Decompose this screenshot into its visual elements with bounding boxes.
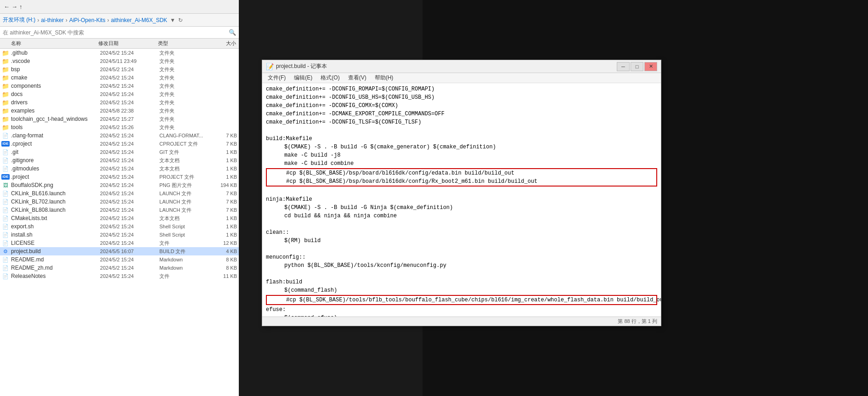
- file-name: docs: [11, 91, 100, 97]
- ide-icon: IDE: [2, 140, 9, 147]
- menu-item[interactable]: 格式(O): [317, 73, 343, 83]
- file-row[interactable]: 📁 tools 2024/5/2 15:26 文件夹: [0, 123, 239, 131]
- file-name: export.sh: [11, 223, 100, 230]
- file-row[interactable]: 📄 LICENSE 2024/5/2 15:24 文件 12 KB: [0, 239, 239, 247]
- file-size: 7 KB: [209, 133, 237, 138]
- breadcrumb-item-2[interactable]: AiPi-Open-Kits: [69, 17, 106, 23]
- content-line: build:Makefile: [266, 135, 657, 143]
- file-row[interactable]: 📄 ReleaseNotes 2024/5/2 15:24 文件 11 KB: [0, 272, 239, 280]
- cursor-position: 第 88 行，第 1 列: [618, 318, 657, 325]
- file-row[interactable]: 📁 .vscode 2024/5/11 23:49 文件夹: [0, 57, 239, 65]
- col-header-type[interactable]: 类型: [158, 40, 209, 47]
- content-line: ninja:Makefile: [266, 195, 657, 204]
- file-name: .gitignore: [11, 157, 100, 164]
- file-row[interactable]: 📁 cmake 2024/5/2 15:24 文件夹: [0, 74, 239, 82]
- file-row[interactable]: IDE .cproject 2024/5/2 15:24 CPROJECT 文件…: [0, 140, 239, 148]
- file-icon: 📄: [2, 231, 9, 238]
- file-type: 文件夹: [159, 66, 209, 73]
- menu-item[interactable]: 查看(V): [344, 73, 370, 83]
- file-size: 7 KB: [209, 191, 237, 196]
- file-row[interactable]: ⚙ project.build 2024/5/5 16:07 BUILD 文件 …: [0, 247, 239, 255]
- file-row[interactable]: 📁 docs 2024/5/2 15:24 文件夹: [0, 90, 239, 98]
- file-row[interactable]: 📄 .gitmodules 2024/5/2 15:24 文本文档 1 KB: [0, 164, 239, 173]
- file-type: LAUNCH 文件: [159, 207, 209, 214]
- file-date: 2024/5/8 22:38: [100, 108, 159, 113]
- col-header-size[interactable]: 大小: [209, 40, 236, 47]
- file-row[interactable]: 📄 CKLink_BL616.launch 2024/5/2 15:24 LAU…: [0, 189, 239, 198]
- file-row[interactable]: 📁 .github 2024/5/2 15:24 文件夹: [0, 49, 239, 57]
- file-row[interactable]: 📄 .clang-format 2024/5/2 15:24 CLANG-FOR…: [0, 131, 239, 140]
- file-type: CPROJECT 文件: [159, 141, 209, 147]
- file-row[interactable]: 📄 CKLink_BL808.launch 2024/5/2 15:24 LAU…: [0, 206, 239, 214]
- content-line: #cp $(BL_SDK_BASE)/tools/bflb_tools/bouf…: [268, 296, 655, 304]
- minimize-button[interactable]: ─: [617, 62, 630, 71]
- file-icon: 📄: [2, 148, 9, 156]
- file-name: .git: [11, 149, 100, 155]
- content-line: menuconfig::: [266, 253, 657, 261]
- file-row[interactable]: 📁 drivers 2024/5/2 15:24 文件夹: [0, 98, 239, 107]
- file-type: 文本文档: [159, 157, 209, 164]
- file-row[interactable]: 📄 .git 2024/5/2 15:24 GIT 文件 1 KB: [0, 148, 239, 156]
- col-header-name[interactable]: 名称: [2, 40, 98, 47]
- file-row[interactable]: 📄 export.sh 2024/5/2 15:24 Shell Script …: [0, 222, 239, 231]
- file-row[interactable]: 📁 examples 2024/5/8 22:38 文件夹: [0, 107, 239, 115]
- notepad-content[interactable]: cmake_definition+= -DCONFIG_ROMAPI=$(CON…: [262, 83, 661, 317]
- file-row[interactable]: 📄 install.sh 2024/5/2 15:24 Shell Script…: [0, 231, 239, 239]
- file-name: CMakeLists.txt: [11, 215, 100, 221]
- file-date: 2024/5/2 15:24: [100, 75, 159, 80]
- file-type: BUILD 文件: [159, 248, 209, 255]
- file-type: Shell Script: [159, 224, 209, 229]
- file-explorer: ← → ↑ 开发环境 (H:) › ai-thinker › AiPi-Open…: [0, 0, 239, 396]
- col-header-date[interactable]: 修改日期: [98, 40, 158, 47]
- window-controls: ─ □ ✕: [617, 62, 657, 71]
- content-line: make -C build combine: [266, 159, 657, 168]
- file-type: CLANG-FORMAT...: [159, 133, 209, 138]
- file-row[interactable]: 📄 CKLink_BL702.launch 2024/5/2 15:24 LAU…: [0, 198, 239, 206]
- folder-icon: 📁: [2, 49, 9, 57]
- maximize-button[interactable]: □: [631, 62, 643, 71]
- back-icon[interactable]: ←: [4, 3, 10, 10]
- file-size: 1 KB: [209, 174, 237, 180]
- file-row[interactable]: 📄 README.md 2024/5/2 15:24 Markdown 8 KB: [0, 255, 239, 264]
- file-row[interactable]: 📄 README_zh.md 2024/5/2 15:24 Markdown 8…: [0, 264, 239, 272]
- search-icon[interactable]: 🔍: [229, 29, 236, 36]
- search-input[interactable]: [3, 29, 227, 36]
- file-row[interactable]: 📁 components 2024/5/2 15:24 文件夹: [0, 82, 239, 90]
- file-row[interactable]: IDE .project 2024/5/2 15:24 PROJECT 文件 1…: [0, 173, 239, 181]
- up-icon[interactable]: ↑: [19, 3, 23, 10]
- file-type: 文件: [159, 240, 209, 247]
- content-line: cd build && ninja && ninja combine: [266, 212, 657, 220]
- file-date: 2024/5/2 15:24: [100, 199, 159, 204]
- menu-item[interactable]: 帮助(H): [371, 73, 397, 83]
- file-size: 7 KB: [209, 199, 237, 204]
- file-date: 2024/5/2 15:24: [100, 265, 159, 271]
- breadcrumb-expand[interactable]: ▼: [170, 17, 175, 23]
- content-line: [266, 220, 657, 228]
- file-date: 2024/5/2 15:24: [100, 273, 159, 279]
- file-row[interactable]: 🖼 BouffaloSDK.png 2024/5/2 15:24 PNG 图片文…: [0, 181, 239, 189]
- breadcrumb-item-1[interactable]: ai-thinker: [41, 17, 63, 23]
- file-row[interactable]: 📄 .gitignore 2024/5/2 15:24 文本文档 1 KB: [0, 156, 239, 164]
- file-row[interactable]: 📁 toolchain_gcc_t-head_windows 2024/5/2 …: [0, 115, 239, 123]
- forward-icon[interactable]: →: [11, 3, 17, 10]
- file-type: 文件: [159, 273, 209, 280]
- breadcrumb-item-root[interactable]: 开发环境 (H:): [3, 16, 35, 24]
- file-date: 2024/5/2 15:24: [100, 133, 159, 138]
- file-name: .vscode: [11, 58, 100, 64]
- file-name: install.sh: [11, 232, 100, 238]
- menu-item[interactable]: 编辑(E): [290, 73, 316, 83]
- file-name: CKLink_BL702.launch: [11, 198, 100, 205]
- file-date: 2024/5/2 15:24: [100, 215, 159, 221]
- file-size: 4 KB: [209, 249, 237, 254]
- file-icon: 📄: [2, 165, 9, 172]
- close-button[interactable]: ✕: [644, 62, 657, 71]
- content-line: [266, 245, 657, 253]
- file-row[interactable]: 📁 bsp 2024/5/2 15:24 文件夹: [0, 65, 239, 74]
- file-icon: 📄: [2, 239, 9, 247]
- file-row[interactable]: 📄 CMakeLists.txt 2024/5/2 15:24 文本文档 1 K…: [0, 214, 239, 222]
- breadcrumb-item-current[interactable]: aithinker_Ai-M6X_SDK: [111, 17, 167, 23]
- menu-item[interactable]: 文件(F): [264, 73, 289, 83]
- folder-icon: 📁: [2, 115, 9, 123]
- refresh-icon[interactable]: ↻: [178, 17, 183, 23]
- folder-icon: 📁: [2, 91, 9, 98]
